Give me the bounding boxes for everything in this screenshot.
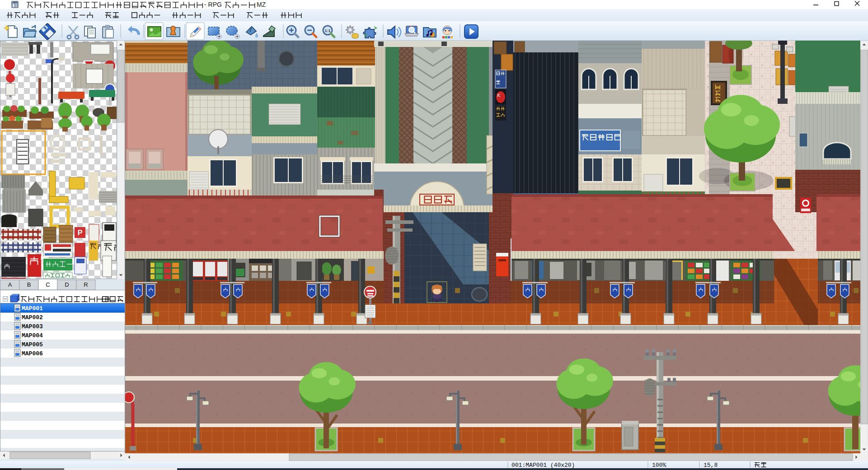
svg-text:MAP004: MAP004 [22, 332, 43, 339]
svg-text:1:1: 1:1 [324, 28, 330, 33]
svg-text:MAP002: MAP002 [22, 314, 43, 321]
svg-text:MAP003: MAP003 [22, 323, 43, 330]
svg-text:MZ: MZ [257, 1, 266, 8]
svg-text:R: R [84, 281, 88, 288]
svg-text:MAP001: MAP001 [22, 305, 43, 312]
svg-text:C: C [46, 281, 50, 288]
svg-text:D: D [65, 281, 69, 288]
svg-text:B: B [27, 281, 31, 288]
svg-text:15,8: 15,8 [704, 462, 718, 468]
svg-text:A: A [8, 281, 12, 288]
svg-text:001:MAP001 (40x20): 001:MAP001 (40x20) [511, 462, 575, 468]
svg-text:MAP005: MAP005 [22, 341, 43, 348]
svg-text:MAP006: MAP006 [22, 350, 43, 357]
svg-text:100%: 100% [652, 462, 666, 468]
svg-text:P: P [78, 229, 83, 237]
svg-text:- RPG: - RPG [204, 1, 222, 8]
